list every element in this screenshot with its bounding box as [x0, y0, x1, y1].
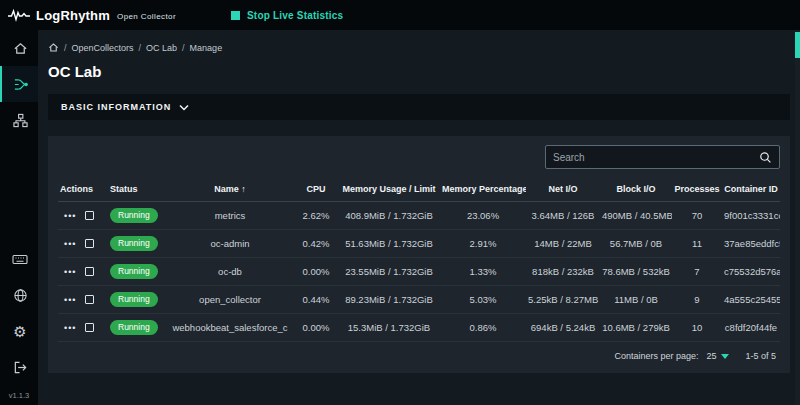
- main-content: / OpenCollectors / OC Lab / Manage OC La…: [38, 30, 800, 405]
- sidebar-item-settings[interactable]: ⚙: [0, 313, 38, 349]
- breadcrumb-oc-lab[interactable]: OC Lab: [146, 43, 177, 53]
- cpu-value: 0.00%: [294, 258, 338, 286]
- block-io-value: 490MB / 40.5MB: [600, 202, 672, 230]
- app-window: LogRhythm Open Collector Stop Live Stati…: [0, 0, 800, 405]
- row-checkbox[interactable]: [85, 239, 94, 248]
- row-checkbox[interactable]: [85, 267, 94, 276]
- page-title: OC Lab: [48, 63, 790, 80]
- logout-icon: [13, 360, 28, 375]
- net-io-value: 694kB / 5.24kB: [526, 314, 600, 342]
- caret-down-icon: [721, 354, 729, 359]
- breadcrumb-separator: /: [139, 43, 142, 53]
- row-actions-button[interactable]: •••: [64, 267, 76, 277]
- status-badge: Running: [110, 292, 158, 307]
- gear-icon: ⚙: [13, 324, 26, 339]
- sidebar: ⚙ v1.1.3: [0, 30, 38, 405]
- container-name: metrics: [166, 202, 294, 230]
- processes-value: 70: [672, 202, 722, 230]
- net-io-value: 14MB / 22MB: [526, 230, 600, 258]
- search-input[interactable]: [553, 152, 759, 163]
- table-row: ••• Running oc-admin 0.42% 51.63MiB / 1.…: [58, 230, 780, 258]
- keyboard-icon: [12, 252, 28, 266]
- container-name: oc-admin: [166, 230, 294, 258]
- search-icon[interactable]: [759, 151, 772, 164]
- memory-percentage-value: 5.03%: [440, 286, 526, 314]
- sidebar-item-opencollectors[interactable]: [0, 66, 38, 102]
- status-badge: Running: [110, 320, 158, 335]
- cpu-value: 0.44%: [294, 286, 338, 314]
- cpu-value: 0.00%: [294, 314, 338, 342]
- table-row: ••• Running metrics 2.62% 408.9MiB / 1.7…: [58, 202, 780, 230]
- container-id-value: c75532d576a5: [722, 258, 780, 286]
- row-checkbox[interactable]: [85, 295, 94, 304]
- row-checkbox[interactable]: [85, 211, 94, 220]
- block-io-value: 10.6MB / 279kB: [600, 314, 672, 342]
- status-badge: Running: [110, 264, 158, 279]
- block-io-value: 78.6MB / 532kB: [600, 258, 672, 286]
- home-breadcrumb-icon[interactable]: [48, 42, 59, 53]
- net-io-value: 818kB / 232kB: [526, 258, 600, 286]
- breadcrumb: / OpenCollectors / OC Lab / Manage: [48, 38, 790, 53]
- table-row: ••• Running open_collector 0.44% 89.23Mi…: [58, 286, 780, 314]
- sidebar-item-logout[interactable]: [0, 349, 38, 385]
- page-size-select[interactable]: 25: [706, 351, 729, 361]
- sidebar-item-console[interactable]: [0, 241, 38, 277]
- scrollbar-track: [795, 30, 800, 405]
- container-id-value: 4a555c254559: [722, 286, 780, 314]
- container-id-value: 37ae85eddfc5: [722, 230, 780, 258]
- net-io-value: 5.25kB / 8.27MB: [526, 286, 600, 314]
- col-block-io[interactable]: Block I/O: [600, 178, 672, 202]
- page-size-value: 25: [706, 351, 716, 361]
- top-bar: LogRhythm Open Collector Stop Live Stati…: [0, 0, 800, 30]
- status-badge: Running: [110, 208, 158, 223]
- col-actions: Actions: [58, 178, 108, 202]
- row-actions-button[interactable]: •••: [64, 295, 76, 305]
- basic-information-label: BASIC INFORMATION: [61, 102, 171, 112]
- pagination-range: 1-5 of 5: [745, 351, 776, 361]
- stop-icon: [231, 11, 240, 20]
- globe-icon: [13, 288, 28, 303]
- sitemap-icon: [13, 113, 28, 128]
- row-actions-button[interactable]: •••: [64, 211, 76, 221]
- home-icon: [13, 41, 28, 56]
- col-container-id[interactable]: Container ID: [722, 178, 780, 202]
- breadcrumb-manage[interactable]: Manage: [190, 43, 223, 53]
- row-actions-button[interactable]: •••: [64, 323, 76, 333]
- processes-value: 10: [672, 314, 722, 342]
- memory-usage-value: 23.55MiB / 1.732GiB: [338, 258, 440, 286]
- col-memory-percentage[interactable]: Memory Percentage: [440, 178, 526, 202]
- version-label: v1.1.3: [0, 385, 38, 405]
- processes-value: 7: [672, 258, 722, 286]
- sidebar-item-home[interactable]: [0, 30, 38, 66]
- scrollbar-thumb[interactable]: [795, 32, 800, 58]
- breadcrumb-opencollectors[interactable]: OpenCollectors: [72, 43, 134, 53]
- sidebar-item-network[interactable]: [0, 277, 38, 313]
- net-io-value: 3.64MB / 126B: [526, 202, 600, 230]
- breadcrumb-separator: /: [182, 43, 185, 53]
- col-memory-usage[interactable]: Memory Usage / Limit: [338, 178, 440, 202]
- container-id-value: 9f001c3331cc: [722, 202, 780, 230]
- col-name[interactable]: Name ↑: [166, 178, 294, 202]
- stop-live-statistics-label: Stop Live Statistics: [247, 10, 343, 21]
- memory-usage-value: 15.3MiB / 1.732GiB: [338, 314, 440, 342]
- sidebar-spacer: [0, 138, 38, 241]
- sidebar-item-deployment[interactable]: [0, 102, 38, 138]
- col-net-io[interactable]: Net I/O: [526, 178, 600, 202]
- table-row: ••• Running webhookbeat_salesforce_c 0.0…: [58, 314, 780, 342]
- search-row: [58, 145, 780, 169]
- block-io-value: 11MB / 0B: [600, 286, 672, 314]
- sort-asc-icon: ↑: [241, 184, 246, 194]
- stop-live-statistics-button[interactable]: Stop Live Statistics: [231, 10, 343, 21]
- basic-information-header[interactable]: BASIC INFORMATION: [48, 94, 790, 120]
- row-checkbox[interactable]: [85, 323, 94, 332]
- brand-name: LogRhythm: [36, 8, 110, 23]
- col-cpu[interactable]: CPU: [294, 178, 338, 202]
- open-collector-icon: [13, 77, 28, 92]
- memory-percentage-value: 2.91%: [440, 230, 526, 258]
- col-processes[interactable]: Processes: [672, 178, 722, 202]
- col-status: Status: [108, 178, 166, 202]
- containers-table: Actions Status Name ↑ CPU Memory Usage /…: [58, 178, 780, 342]
- row-actions-button[interactable]: •••: [64, 239, 76, 249]
- memory-percentage-value: 1.33%: [440, 258, 526, 286]
- containers-panel: Actions Status Name ↑ CPU Memory Usage /…: [48, 136, 790, 373]
